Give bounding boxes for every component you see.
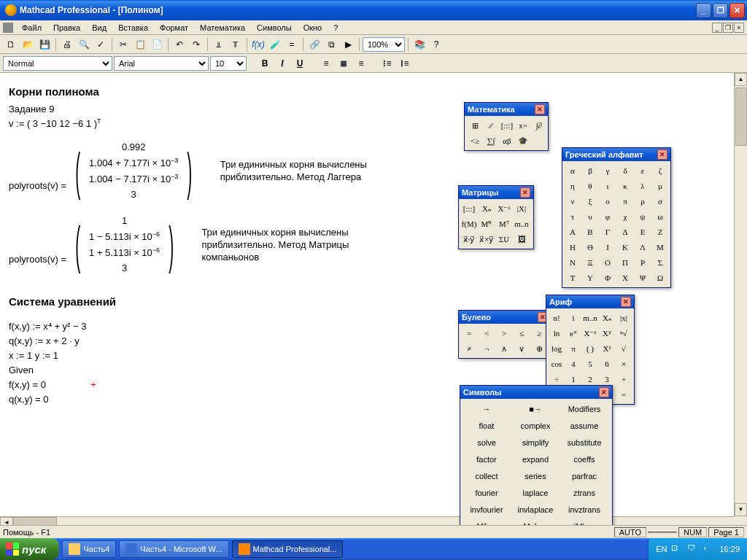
spelling-button[interactable]: ✓ bbox=[93, 36, 109, 52]
palette-button[interactable]: ⊞ bbox=[467, 118, 483, 133]
size-combo[interactable]: 10 bbox=[210, 56, 247, 71]
palette-button[interactable]: Xʸ bbox=[599, 326, 615, 341]
underline-button[interactable]: U bbox=[292, 55, 308, 71]
palette-button[interactable]: substitute bbox=[560, 435, 608, 451]
palette-button[interactable]: 2 bbox=[582, 372, 598, 386]
palette-button[interactable]: ≤ bbox=[514, 326, 530, 341]
matrix-palette[interactable]: Матрицы✕ [:::]XₙX⁻¹|X|f(M)MᴿMᵀm..nx⃗·y⃗x… bbox=[458, 185, 534, 249]
align-right-button[interactable]: ≡ bbox=[353, 55, 369, 71]
palette-button[interactable]: Ι bbox=[600, 240, 616, 254]
palette-button[interactable]: solve bbox=[462, 435, 511, 451]
palette-button[interactable]: ∫∂ bbox=[531, 118, 547, 133]
palette-button[interactable]: 🖼 bbox=[514, 232, 530, 246]
palette-button[interactable]: < bbox=[479, 326, 495, 341]
palette-button[interactable]: Θ bbox=[582, 240, 598, 254]
palette-button[interactable]: θ bbox=[582, 179, 598, 193]
palette-button[interactable]: η bbox=[565, 179, 581, 193]
palette-button[interactable]: complex bbox=[511, 418, 560, 434]
close-icon[interactable]: ✕ bbox=[520, 187, 530, 198]
palette-button[interactable]: ν bbox=[565, 194, 581, 209]
menu-Вид[interactable]: Вид bbox=[86, 22, 112, 34]
palette-button[interactable]: π bbox=[617, 194, 633, 209]
preview-button[interactable]: 🔍 bbox=[76, 36, 92, 52]
tray-icon[interactable]: 🛡 bbox=[687, 543, 699, 555]
palette-button[interactable]: series bbox=[511, 468, 560, 484]
new-button[interactable]: 🗋 bbox=[3, 36, 19, 52]
palette-button[interactable]: ω bbox=[652, 209, 668, 224]
palette-button[interactable]: Π bbox=[617, 255, 633, 270]
bullets-button[interactable]: ⁝≡ bbox=[379, 55, 395, 71]
palette-button[interactable]: σ bbox=[652, 194, 668, 209]
palette-button[interactable]: ψ bbox=[635, 209, 651, 224]
palette-button[interactable]: parfrac bbox=[560, 468, 608, 484]
palette-button[interactable]: Μ bbox=[652, 240, 668, 254]
close-icon[interactable]: ✕ bbox=[621, 297, 631, 307]
scroll-thumb[interactable] bbox=[735, 88, 747, 146]
palette-button[interactable]: x⃗×y⃗ bbox=[479, 232, 495, 246]
palette-button[interactable]: Χ bbox=[617, 271, 633, 285]
mdi-restore-button[interactable]: ❐ bbox=[723, 23, 733, 33]
unit-button[interactable]: 🧪 bbox=[267, 36, 283, 52]
style-combo[interactable]: Normal bbox=[3, 56, 112, 71]
menu-Математика[interactable]: Математика bbox=[194, 22, 251, 34]
calc-button[interactable]: = bbox=[284, 36, 300, 52]
palette-button[interactable]: Δ bbox=[617, 225, 633, 239]
scroll-up-button[interactable]: ▲ bbox=[735, 73, 747, 86]
palette-button[interactable]: Φ bbox=[600, 271, 616, 285]
palette-button[interactable]: ln bbox=[549, 326, 565, 341]
close-icon[interactable]: ✕ bbox=[657, 149, 667, 160]
palette-button[interactable]: f(M) bbox=[461, 217, 477, 231]
palette-button[interactable]: ≥ bbox=[531, 326, 547, 341]
palette-button[interactable]: ε bbox=[635, 163, 651, 178]
bold-button[interactable]: B bbox=[257, 55, 273, 71]
palette-button[interactable]: φ bbox=[600, 209, 616, 224]
taskbar-task[interactable]: Mathcad Professional... bbox=[232, 540, 344, 558]
menu-Правка[interactable]: Правка bbox=[47, 22, 86, 34]
palette-button[interactable]: m..n bbox=[514, 217, 530, 231]
clock[interactable]: 16:29 bbox=[719, 545, 740, 553]
palette-button[interactable]: ■→ bbox=[511, 401, 560, 417]
start-button[interactable]: пуск bbox=[0, 538, 59, 560]
palette-button[interactable]: Ξ bbox=[582, 255, 598, 270]
palette-button[interactable]: 5 bbox=[582, 357, 598, 371]
greek-palette[interactable]: Греческий алфавит✕ αβγδεζηθικλμνξοπρστυφ… bbox=[562, 147, 671, 288]
palette-button[interactable]: Ν bbox=[565, 255, 581, 270]
palette-button[interactable]: simplify bbox=[511, 435, 560, 451]
palette-button[interactable]: eˣ bbox=[565, 326, 581, 341]
maximize-button[interactable]: ❐ bbox=[713, 3, 728, 18]
help-button[interactable]: ? bbox=[428, 36, 444, 52]
palette-button[interactable]: β bbox=[582, 163, 598, 178]
palette-button[interactable]: X⁻¹ bbox=[496, 201, 512, 216]
palette-button[interactable]: ztrans bbox=[560, 485, 608, 501]
mdi-close-button[interactable]: × bbox=[734, 23, 744, 33]
palette-button[interactable]: X⁻¹ bbox=[582, 326, 598, 341]
vertical-scrollbar[interactable]: ▲ ▼ bbox=[734, 73, 747, 516]
menu-Окно[interactable]: Окно bbox=[298, 22, 328, 34]
palette-button[interactable]: λ bbox=[635, 179, 651, 193]
palette-button[interactable]: Σ bbox=[652, 255, 668, 270]
palette-button[interactable]: float bbox=[462, 418, 511, 434]
close-icon[interactable]: ✕ bbox=[535, 104, 545, 114]
save-button[interactable]: 💾 bbox=[36, 36, 53, 52]
palette-button[interactable]: ⊕ bbox=[531, 341, 547, 356]
palette-button[interactable]: Υ bbox=[582, 271, 598, 285]
paste-button[interactable]: 📄 bbox=[149, 36, 165, 52]
palette-button[interactable]: cos bbox=[549, 357, 565, 371]
palette-button[interactable]: fourier bbox=[462, 485, 511, 501]
palette-button[interactable]: 3 bbox=[599, 372, 615, 386]
minimize-button[interactable]: _ bbox=[696, 3, 711, 18]
palette-button[interactable]: × bbox=[616, 357, 632, 371]
palette-button[interactable]: μ bbox=[652, 179, 668, 193]
palette-button[interactable]: υ bbox=[582, 209, 598, 224]
palette-button[interactable]: ο bbox=[600, 194, 616, 209]
palette-button[interactable]: m..n bbox=[582, 311, 598, 325]
palette-button[interactable]: ∕⁄ bbox=[483, 118, 499, 133]
tray-icon[interactable]: ⊡ bbox=[671, 543, 683, 555]
align-center-button[interactable]: ≣ bbox=[336, 55, 352, 71]
palette-button[interactable]: invfourier bbox=[462, 502, 511, 518]
palette-button[interactable]: log bbox=[549, 341, 565, 356]
print-button[interactable]: 🖨 bbox=[59, 36, 75, 52]
palette-button[interactable]: x⃗·y⃗ bbox=[461, 232, 477, 246]
palette-button[interactable]: x= bbox=[515, 118, 531, 133]
palette-button[interactable]: Modifiers bbox=[560, 401, 608, 417]
